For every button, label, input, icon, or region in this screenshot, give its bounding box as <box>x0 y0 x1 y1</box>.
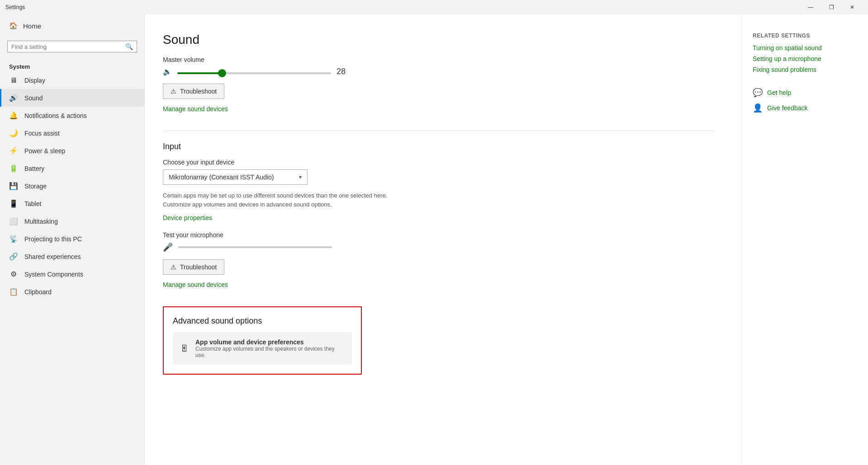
setup-microphone-link[interactable]: Setting up a microphone <box>753 55 857 62</box>
help-section: 💬 Get help 👤 Give feedback <box>753 88 857 113</box>
focus-icon: 🌙 <box>9 129 18 137</box>
search-input[interactable] <box>11 43 125 50</box>
test-mic-label: Test your microphone <box>163 231 714 239</box>
advanced-title: Advanced sound options <box>173 316 352 326</box>
app-volume-preferences-item[interactable]: 🎚 App volume and device preferences Cust… <box>173 332 352 365</box>
battery-icon: 🔋 <box>9 164 18 173</box>
sidebar-item-display[interactable]: 🖥 Display <box>0 72 144 89</box>
maximize-button[interactable]: ❐ <box>821 0 842 14</box>
components-icon: ⚙ <box>9 270 18 278</box>
advanced-item-desc: Customize app volumes and the speakers o… <box>195 346 345 358</box>
give-feedback-link[interactable]: Give feedback <box>767 104 808 112</box>
troubleshoot-label: Troubleshoot <box>180 88 217 95</box>
advanced-item-content: App volume and device preferences Custom… <box>195 338 345 358</box>
storage-icon: 💾 <box>9 182 18 190</box>
main-content: Sound Master volume 🔈 28 ⚠ Troubleshoot … <box>145 14 741 465</box>
tablet-icon: 📱 <box>9 199 18 208</box>
sidebar-item-label: Tablet <box>24 200 41 207</box>
sidebar-item-label: Shared experiences <box>24 253 81 260</box>
manage-sound-devices-link[interactable]: Manage sound devices <box>163 105 228 113</box>
volume-slider[interactable] <box>177 72 331 74</box>
sidebar-item-label: Power & sleep <box>24 147 65 155</box>
sidebar-item-label: Clipboard <box>24 288 52 296</box>
app-window: 🏠 Home 🔍 System 🖥 Display 🔊 Sound 🔔 Noti… <box>0 0 868 465</box>
projecting-icon: 📡 <box>9 235 18 243</box>
fix-sound-link[interactable]: Fixing sound problems <box>753 66 857 73</box>
clipboard-icon: 📋 <box>9 287 18 296</box>
advanced-item-title: App volume and device preferences <box>195 338 345 346</box>
sound-icon: 🔊 <box>9 94 18 102</box>
mic-test-row: 🎤 <box>163 242 714 252</box>
microphone-icon: 🎤 <box>163 242 173 252</box>
sidebar-item-sound[interactable]: 🔊 Sound <box>0 89 144 107</box>
input-section: Input Choose your input device Mikrofona… <box>163 142 714 292</box>
troubleshoot-label: Troubleshoot <box>180 263 217 271</box>
manage-sound-devices-link-2[interactable]: Manage sound devices <box>163 281 228 288</box>
sidebar-item-projecting[interactable]: 📡 Projecting to this PC <box>0 230 144 248</box>
sidebar-item-multitasking[interactable]: ⬜ Multitasking <box>0 212 144 230</box>
sidebar-item-label: Notifications & actions <box>24 112 87 119</box>
sidebar-item-power[interactable]: ⚡ Power & sleep <box>0 142 144 160</box>
sidebar-item-notifications[interactable]: 🔔 Notifications & actions <box>0 107 144 124</box>
get-help-link[interactable]: Get help <box>767 89 791 96</box>
master-volume-label: Master volume <box>163 56 714 63</box>
notifications-icon: 🔔 <box>9 111 18 120</box>
input-troubleshoot-button[interactable]: ⚠ Troubleshoot <box>163 259 224 275</box>
output-troubleshoot-button[interactable]: ⚠ Troubleshoot <box>163 84 224 99</box>
choose-device-label: Choose your input device <box>163 159 714 166</box>
warning-icon: ⚠ <box>171 88 176 95</box>
sidebar-item-clipboard[interactable]: 📋 Clipboard <box>0 283 144 301</box>
home-label: Home <box>23 22 41 30</box>
shared-icon: 🔗 <box>9 252 18 261</box>
power-icon: ⚡ <box>9 146 18 155</box>
sidebar-item-battery[interactable]: 🔋 Battery <box>0 160 144 177</box>
help-icon: 💬 <box>753 88 763 98</box>
sidebar-item-shared[interactable]: 🔗 Shared experiences <box>0 248 144 265</box>
search-button[interactable]: 🔍 <box>125 43 133 50</box>
volume-value: 28 <box>337 67 350 76</box>
device-value: Mikrofonarray (Conexant ISST Audio) <box>169 174 274 181</box>
sidebar-item-label: Display <box>24 77 45 84</box>
feedback-icon: 👤 <box>753 103 763 113</box>
minimize-button[interactable]: — <box>800 0 821 14</box>
sidebar-item-label: Focus assist <box>24 130 60 137</box>
right-sidebar: Related Settings Turning on spatial soun… <box>741 14 868 465</box>
window-controls: — ❐ ✕ <box>800 0 863 14</box>
input-device-dropdown[interactable]: Mikrofonarray (Conexant ISST Audio) ▾ <box>163 169 308 185</box>
multitasking-icon: ⬜ <box>9 217 18 225</box>
volume-low-icon: 🔈 <box>163 67 172 76</box>
sidebar-item-label: Storage <box>24 183 47 190</box>
sidebar-item-storage[interactable]: 💾 Storage <box>0 177 144 195</box>
sidebar-item-label: Sound <box>24 94 43 102</box>
sidebar: 🏠 Home 🔍 System 🖥 Display 🔊 Sound 🔔 Noti… <box>0 14 145 465</box>
titlebar: Settings — ❐ ✕ <box>0 0 868 14</box>
feedback-item[interactable]: 👤 Give feedback <box>753 103 857 113</box>
volume-row: 🔈 28 <box>163 67 714 76</box>
sidebar-item-focus[interactable]: 🌙 Focus assist <box>0 124 144 142</box>
mic-level-bar <box>178 246 332 248</box>
related-settings-title: Related Settings <box>753 33 857 39</box>
sidebar-section-label: System <box>0 60 144 72</box>
sidebar-item-components[interactable]: ⚙ System Components <box>0 265 144 283</box>
warning-icon: ⚠ <box>171 263 176 271</box>
equalizer-icon: 🎚 <box>180 343 189 354</box>
device-properties-link[interactable]: Device properties <box>163 214 212 221</box>
output-section: Master volume 🔈 28 ⚠ Troubleshoot Manage… <box>163 56 714 116</box>
sidebar-item-label: System Components <box>24 271 83 278</box>
sidebar-item-label: Projecting to this PC <box>24 235 82 243</box>
chevron-down-icon: ▾ <box>299 174 302 180</box>
app-title: Settings <box>5 4 800 10</box>
device-info-text: Certain apps may be set up to use differ… <box>163 191 389 209</box>
search-box: 🔍 <box>7 41 137 52</box>
display-icon: 🖥 <box>9 76 18 85</box>
spatial-sound-link[interactable]: Turning on spatial sound <box>753 44 857 52</box>
close-button[interactable]: ✕ <box>842 0 863 14</box>
sidebar-item-home[interactable]: 🏠 Home <box>0 14 144 37</box>
volume-slider-container <box>177 68 331 75</box>
home-icon: 🏠 <box>9 22 18 30</box>
page-title: Sound <box>163 33 714 47</box>
sidebar-item-tablet[interactable]: 📱 Tablet <box>0 195 144 212</box>
get-help-item[interactable]: 💬 Get help <box>753 88 857 98</box>
section-divider <box>163 131 714 131</box>
sidebar-item-label: Battery <box>24 165 44 172</box>
